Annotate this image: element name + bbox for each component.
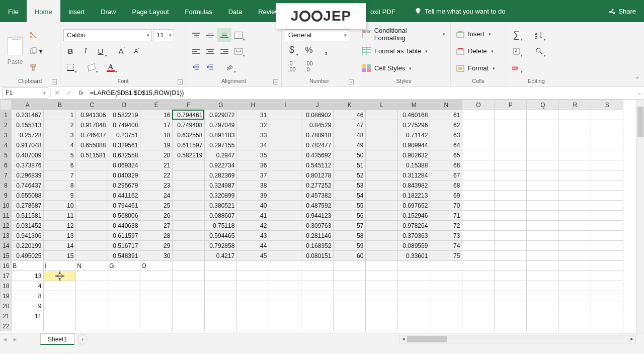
- cell-G20[interactable]: [205, 301, 237, 311]
- cell-P15[interactable]: [495, 251, 527, 261]
- cell-B12[interactable]: 12: [44, 221, 76, 231]
- cell-P17[interactable]: [495, 271, 527, 281]
- tab-file[interactable]: File: [0, 0, 27, 22]
- row-header-21[interactable]: 21: [1, 311, 12, 321]
- tab-draw[interactable]: Draw: [93, 0, 124, 22]
- cell-E13[interactable]: 28: [140, 231, 173, 241]
- wrap-text-button[interactable]: ▾: [231, 28, 246, 42]
- cell-Q2[interactable]: [527, 120, 559, 130]
- cut-button[interactable]: [27, 28, 44, 42]
- cell-J3[interactable]: 0.780918: [301, 130, 334, 140]
- cell-C6[interactable]: [76, 160, 108, 170]
- horizontal-scrollbar[interactable]: ◄ ►: [399, 335, 636, 343]
- cell-A21[interactable]: 11: [12, 311, 44, 321]
- cell-G1[interactable]: 0.929072: [205, 110, 237, 120]
- cell-R11[interactable]: [559, 211, 591, 221]
- cell-R8[interactable]: [559, 180, 591, 191]
- cell-D12[interactable]: 0.440638: [108, 221, 140, 231]
- cell-J14[interactable]: 0.168352: [301, 241, 334, 251]
- cell-M6[interactable]: 0.15388: [398, 160, 430, 170]
- cell-O17[interactable]: [462, 271, 495, 281]
- cell-L6[interactable]: [366, 160, 398, 170]
- cell-K20[interactable]: [334, 301, 366, 311]
- cell-P7[interactable]: [495, 170, 527, 180]
- row-header-18[interactable]: 18: [1, 281, 12, 291]
- font-color-button[interactable]: A▾: [104, 60, 118, 74]
- cell-E2[interactable]: 17: [140, 120, 173, 130]
- cell-S2[interactable]: [591, 120, 623, 130]
- cell-D14[interactable]: 0.516717: [108, 241, 140, 251]
- cell-P22[interactable]: [495, 321, 527, 331]
- cell-I4[interactable]: [269, 140, 301, 150]
- increase-decimal-button[interactable]: .0.00: [285, 59, 299, 73]
- cell-I2[interactable]: [269, 120, 301, 130]
- dialog-launcher-icon[interactable]: ↘: [52, 79, 57, 84]
- cell-M13[interactable]: 0.370363: [398, 231, 430, 241]
- row-header-5[interactable]: 5: [1, 150, 12, 160]
- cell-G13[interactable]: 0.594465: [205, 231, 237, 241]
- cell-G7[interactable]: 0.282369: [205, 170, 237, 180]
- cell-L12[interactable]: [366, 221, 398, 231]
- cell-P5[interactable]: [495, 150, 527, 160]
- cell-P19[interactable]: [495, 291, 527, 301]
- cell-S19[interactable]: [591, 291, 623, 301]
- cell-E22[interactable]: [140, 321, 173, 331]
- cell-C15[interactable]: [76, 251, 108, 261]
- cell-G15[interactable]: 0.4217: [205, 251, 237, 261]
- cell-B9[interactable]: 9: [44, 191, 76, 201]
- cell-I5[interactable]: [269, 150, 301, 160]
- decrease-indent-button[interactable]: [189, 60, 203, 74]
- col-header-I[interactable]: I: [269, 100, 301, 110]
- cell-K17[interactable]: [334, 271, 366, 281]
- select-all-corner[interactable]: [1, 100, 12, 110]
- cell-Q10[interactable]: [527, 201, 559, 211]
- cell-L11[interactable]: [366, 211, 398, 221]
- cell-R3[interactable]: [559, 130, 591, 140]
- cell-J1[interactable]: 0.086902: [301, 110, 334, 120]
- name-box[interactable]: F1: [2, 87, 48, 99]
- cell-D20[interactable]: [108, 301, 140, 311]
- cell-P14[interactable]: [495, 241, 527, 251]
- cell-J17[interactable]: [301, 271, 334, 281]
- align-left-button[interactable]: [189, 44, 203, 58]
- cell-E11[interactable]: 26: [140, 211, 173, 221]
- cell-L15[interactable]: [366, 251, 398, 261]
- cell-R12[interactable]: [559, 221, 591, 231]
- cell-M9[interactable]: 0.182213: [398, 191, 430, 201]
- cell-S16[interactable]: [591, 261, 623, 271]
- cell-P1[interactable]: [495, 110, 527, 120]
- underline-button[interactable]: U▾: [94, 44, 108, 58]
- cell-K14[interactable]: 59: [334, 241, 366, 251]
- cell-G11[interactable]: 0.088607: [205, 211, 237, 221]
- cell-E10[interactable]: 25: [140, 201, 173, 211]
- cell-C21[interactable]: [76, 311, 108, 321]
- cell-P3[interactable]: [495, 130, 527, 140]
- cell-styles-button[interactable]: Cell Styles▾: [360, 61, 447, 76]
- cell-O15[interactable]: [462, 251, 495, 261]
- cell-B20[interactable]: [44, 301, 76, 311]
- cell-G10[interactable]: 0.380521: [205, 201, 237, 211]
- cell-O21[interactable]: [462, 311, 495, 321]
- cell-P8[interactable]: [495, 180, 527, 191]
- cell-S7[interactable]: [591, 170, 623, 180]
- cell-I6[interactable]: [269, 160, 301, 170]
- cell-O7[interactable]: [462, 170, 495, 180]
- cell-E20[interactable]: [140, 301, 173, 311]
- cell-I15[interactable]: [269, 251, 301, 261]
- cell-F10[interactable]: [173, 201, 205, 211]
- cell-C4[interactable]: 0.655088: [76, 140, 108, 150]
- cell-N16[interactable]: [430, 261, 462, 271]
- cell-P21[interactable]: [495, 311, 527, 321]
- worksheet-grid[interactable]: ABCDEFGHIJKLMNOPQRS10.23146710.9413060.5…: [0, 100, 644, 333]
- cell-I21[interactable]: [269, 311, 301, 321]
- cell-N19[interactable]: [430, 291, 462, 301]
- collapse-ribbon-button[interactable]: ⌃: [635, 76, 640, 83]
- cell-M15[interactable]: 0.33601: [398, 251, 430, 261]
- cell-Q17[interactable]: [527, 271, 559, 281]
- cell-S8[interactable]: [591, 180, 623, 191]
- cell-I14[interactable]: [269, 241, 301, 251]
- cell-K12[interactable]: 57: [334, 221, 366, 231]
- cell-F14[interactable]: [173, 241, 205, 251]
- cell-S3[interactable]: [591, 130, 623, 140]
- cell-G22[interactable]: [205, 321, 237, 331]
